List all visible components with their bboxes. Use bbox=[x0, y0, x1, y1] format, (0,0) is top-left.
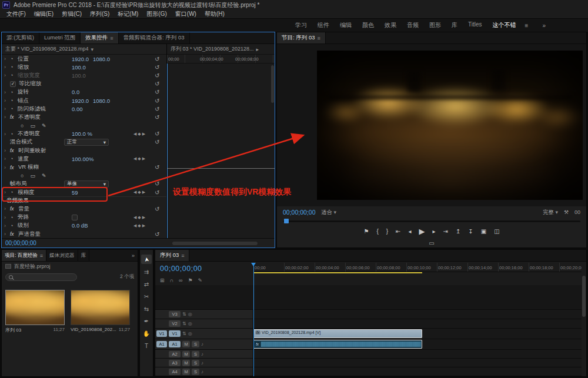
hand-tool[interactable]: ✋ bbox=[141, 329, 152, 338]
property-value[interactable]: 0.0 bbox=[72, 89, 89, 95]
property-value[interactable]: 1920.0 bbox=[72, 98, 89, 104]
seek-track[interactable] bbox=[283, 220, 580, 222]
panel-menu-icon[interactable]: ≡ bbox=[40, 253, 43, 259]
audio-clip[interactable]: fx bbox=[253, 340, 422, 349]
menu-item[interactable]: 编辑(E) bbox=[30, 10, 58, 18]
ec-row-uniform-scale[interactable]: ✓等比缩放↺ bbox=[2, 80, 166, 88]
ripple-edit-tool[interactable]: ⇄ bbox=[141, 279, 152, 289]
play-button[interactable]: ▶ bbox=[419, 227, 425, 236]
ec-row-scale[interactable]: ›◔缩放100.0↺ bbox=[2, 63, 166, 71]
clip-thumbnail[interactable] bbox=[71, 290, 130, 325]
ec-row-speed[interactable]: ›◔速度100.00%◀ ◆ ▶ bbox=[2, 155, 166, 163]
property-value[interactable]: 100.00% bbox=[72, 156, 94, 162]
reset-icon[interactable]: ↺ bbox=[155, 180, 159, 187]
project-item[interactable]: 序列 0311;27 bbox=[5, 290, 65, 333]
ec-row-level[interactable]: ›◔级别0.0 dB◀ ◆ ▶ bbox=[2, 222, 166, 230]
search-input[interactable] bbox=[16, 274, 69, 280]
checkbox[interactable]: ✓ bbox=[10, 81, 16, 87]
reset-icon[interactable]: ↺ bbox=[155, 189, 159, 196]
add-marker-button[interactable]: ⚑ bbox=[363, 228, 369, 235]
lift-button[interactable]: ↥ bbox=[456, 228, 460, 235]
track-output-icon[interactable]: ◎ bbox=[188, 321, 192, 326]
pen-mask-icon[interactable]: ✎ bbox=[42, 123, 46, 129]
menu-item[interactable]: 剪辑(C) bbox=[58, 10, 86, 18]
panel-menu-icon[interactable]: ≡ bbox=[318, 35, 320, 41]
timeline-playhead[interactable] bbox=[253, 263, 254, 376]
timeline-vertical-scrollbar[interactable] bbox=[582, 276, 586, 317]
menu-item[interactable]: 序列(S) bbox=[86, 10, 113, 18]
checkbox[interactable] bbox=[72, 215, 78, 220]
solo-button[interactable]: S bbox=[192, 360, 199, 366]
ec-row-fx-channel-volume[interactable]: ›fx声道音量↺ bbox=[2, 230, 166, 238]
track-target[interactable]: A3 bbox=[169, 360, 181, 366]
source-patch[interactable] bbox=[156, 311, 167, 317]
ec-mini-timeline-ruler[interactable]: 00;0000;00;04;0000;00;08;00 bbox=[167, 55, 275, 63]
source-patch[interactable] bbox=[156, 351, 167, 357]
workspace-tab[interactable]: 效果 bbox=[379, 21, 402, 29]
ec-row-vr-blur-masks[interactable]: ○▭✎ bbox=[2, 172, 166, 180]
go-to-in-button[interactable]: ⇤ bbox=[396, 228, 400, 235]
panel-tab[interactable]: Lumetri 范围 bbox=[39, 32, 81, 44]
timeline-timecode[interactable]: 00;00;00;00 bbox=[160, 265, 202, 273]
workspace-tab[interactable]: 图形 bbox=[424, 21, 446, 29]
ec-keyframe-area[interactable] bbox=[167, 63, 275, 238]
solo-button[interactable]: S bbox=[192, 351, 199, 357]
speed-ramp-line[interactable] bbox=[167, 168, 275, 169]
clip-selector[interactable]: 主要 * VID_20190808_202128.mp4 ▾ bbox=[2, 44, 166, 55]
track-target[interactable]: A4 bbox=[169, 369, 181, 375]
razor-tool[interactable]: ✂ bbox=[141, 292, 152, 301]
extract-button[interactable]: ↧ bbox=[468, 228, 473, 235]
export-frame-button[interactable]: ▣ bbox=[481, 228, 486, 235]
panel-menu-icon[interactable]: ≡ bbox=[181, 253, 184, 259]
source-patch[interactable] bbox=[156, 360, 167, 366]
seek-playhead[interactable] bbox=[284, 219, 289, 223]
pen-mask-icon[interactable]: ✎ bbox=[42, 173, 46, 179]
add-marker-icon[interactable]: ⚑ bbox=[188, 277, 192, 283]
reset-icon[interactable]: ↺ bbox=[155, 131, 159, 137]
stopwatch-icon[interactable]: ◔ bbox=[10, 98, 18, 103]
workspace-tab[interactable]: Titles bbox=[463, 21, 487, 29]
expand-chevron-icon[interactable]: › bbox=[4, 156, 10, 162]
mute-button[interactable]: M bbox=[182, 341, 190, 347]
reset-icon[interactable]: ↺ bbox=[155, 139, 159, 145]
property-value[interactable]: 0.00 bbox=[72, 106, 89, 112]
property-value[interactable]: 100.0 bbox=[72, 72, 89, 79]
ec-horizontal-scrollbar[interactable] bbox=[172, 242, 258, 245]
stopwatch-icon[interactable]: ◔ bbox=[10, 156, 18, 162]
ec-row-blend-mode[interactable]: 混合模式正常▾↺ bbox=[2, 138, 166, 146]
panel-tab[interactable]: 项目: 百度经验≡ bbox=[2, 250, 46, 261]
expand-chevron-icon[interactable]: › bbox=[4, 89, 10, 95]
keyframe-nav[interactable]: ◀ ◆ ▶ bbox=[133, 156, 145, 161]
workspace-menu-icon[interactable]: ≡ bbox=[522, 22, 532, 29]
zoom-fit-dropdown[interactable]: 适合▾ bbox=[321, 209, 336, 216]
reset-icon[interactable]: ↺ bbox=[155, 72, 159, 79]
search-box[interactable] bbox=[5, 273, 77, 281]
timeline-settings-icon[interactable]: ✎ bbox=[198, 277, 203, 283]
ec-row-frame-layout[interactable]: 帧布局单像▾↺ bbox=[2, 180, 166, 188]
menu-item[interactable]: 图形(G) bbox=[142, 10, 171, 18]
dropdown[interactable]: 正常▾ bbox=[64, 139, 109, 146]
playback-resolution-dropdown[interactable]: 完整▾ bbox=[543, 209, 558, 216]
workspace-tab[interactable]: 颜色 bbox=[357, 21, 379, 29]
ec-timecode[interactable]: 00;00;00;00 bbox=[5, 240, 36, 246]
ec-row-anchor-point[interactable]: ›◔锚点1920.01080.0↺ bbox=[2, 96, 166, 105]
ec-row-scale-width[interactable]: ›◔缩放宽度100.0↺ bbox=[2, 71, 166, 79]
stopwatch-icon[interactable]: ◔ bbox=[10, 189, 18, 195]
sync-lock-icon[interactable]: ⇅ bbox=[182, 331, 186, 336]
stopwatch-icon[interactable]: ◔ bbox=[10, 64, 18, 70]
ellipse-mask-icon[interactable]: ○ bbox=[21, 173, 24, 179]
program-seek-bar[interactable] bbox=[283, 218, 580, 224]
source-patch[interactable]: A1 bbox=[156, 341, 167, 347]
track-target[interactable]: V3 bbox=[169, 311, 181, 317]
comparison-view-button[interactable]: ◫ bbox=[494, 228, 499, 235]
expand-chevron-icon[interactable]: › bbox=[4, 215, 10, 220]
track-target[interactable]: V2 bbox=[169, 320, 181, 327]
expand-chevron-icon[interactable]: › bbox=[4, 148, 10, 153]
workspace-tab[interactable]: 库 bbox=[446, 21, 463, 29]
workspace-tab[interactable]: 学习 bbox=[290, 21, 312, 29]
property-value[interactable]: 1080.0 bbox=[93, 56, 111, 62]
track-target[interactable]: A1 bbox=[169, 341, 181, 347]
track-target[interactable]: V1 bbox=[169, 330, 181, 337]
reset-icon[interactable]: ↺ bbox=[155, 98, 159, 104]
go-to-out-button[interactable]: ⇥ bbox=[443, 228, 448, 235]
